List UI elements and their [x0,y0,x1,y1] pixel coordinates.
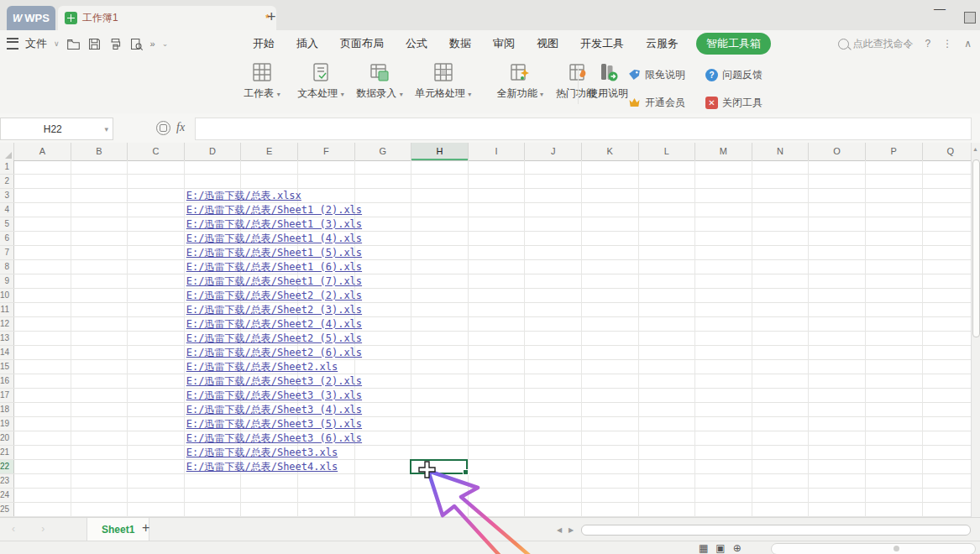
grid-row-1[interactable]: 1 [0,160,972,175]
collapse-ribbon-icon[interactable]: ∧ [964,38,972,50]
column-header-H[interactable]: H [411,143,469,160]
row-header-21[interactable]: 21 [0,446,14,459]
restore-button[interactable] [964,12,976,24]
row-header-17[interactable]: 17 [0,389,14,402]
ribbon-tab-data[interactable]: 数据 [438,30,482,57]
ribbon-tab-cloud[interactable]: 云服务 [635,30,689,57]
options-icon[interactable]: ⋮ [942,38,952,50]
free-limit-info-button[interactable]: 限免说明 [628,68,705,82]
row-header-22[interactable]: 22 [0,460,14,473]
row-header-12[interactable]: 12 [0,317,14,331]
print-preview-icon[interactable] [129,37,144,51]
file-path-link-row-10[interactable]: E:/迅雷下载/总表/Sheet2 (2).xls [186,289,362,303]
ribbon-tab-home[interactable]: 开始 [242,30,286,57]
horizontal-scroll-thumb[interactable] [581,525,971,536]
command-search[interactable]: 点此查找命令 [838,37,914,51]
wps-home-tab[interactable]: W WPS [7,6,55,30]
add-sheet-button[interactable]: + [142,520,149,536]
vertical-scroll-thumb[interactable] [972,159,980,337]
column-header-D[interactable]: D [185,143,242,160]
grid-row-19[interactable]: 19 [0,417,972,431]
file-path-link-row-20[interactable]: E:/迅雷下载/总表/Sheet3 (6).xls [186,431,362,446]
more-commands-icon[interactable]: » [150,39,155,49]
ribbon-tab-insert[interactable]: 插入 [286,30,329,57]
row-header-25[interactable]: 25 [0,503,14,516]
column-header-G[interactable]: G [355,143,412,160]
file-path-link-row-3[interactable]: E:/迅雷下载/总表.xlsx [186,189,301,203]
file-path-link-row-8[interactable]: E:/迅雷下载/总表/Sheet1 (6).xls [186,260,362,274]
new-features-button[interactable]: 全新功能 ▾ [496,61,543,101]
row-header-13[interactable]: 13 [0,332,14,345]
grid-row-9[interactable]: 9 [0,274,972,289]
column-header-F[interactable]: F [298,143,355,160]
row-header-9[interactable]: 9 [0,274,14,288]
file-path-link-row-17[interactable]: E:/迅雷下载/总表/Sheet3 (3).xls [186,389,362,403]
name-box[interactable]: H22 ▾ [0,118,113,140]
save-icon[interactable] [87,37,102,51]
file-path-link-row-13[interactable]: E:/迅雷下载/总表/Sheet2 (5).xls [186,332,362,346]
row-header-23[interactable]: 23 [0,474,14,488]
row-header-1[interactable]: 1 [0,160,14,174]
column-header-B[interactable]: B [71,143,128,160]
ribbon-tab-page-layout[interactable]: 页面布局 [329,30,395,57]
sheet-tab-sheet1[interactable]: Sheet1 [86,518,149,541]
name-box-chevron-icon[interactable]: ▾ [104,125,108,133]
fill-handle[interactable] [463,469,469,475]
row-header-15[interactable]: 15 [0,360,14,374]
file-path-link-row-7[interactable]: E:/迅雷下载/总表/Sheet1 (5).xls [186,246,362,260]
text-processing-button[interactable]: 文本处理 ▾ [297,61,344,101]
row-header-11[interactable]: 11 [0,303,14,316]
spreadsheet-grid[interactable]: ABCDEFGHIJKLMNOPQ 1234567891011121314151… [0,143,972,517]
row-header-19[interactable]: 19 [0,417,14,431]
close-tool-button[interactable]: ✕ 关闭工具 [705,96,786,110]
row-header-8[interactable]: 8 [0,260,14,274]
file-path-link-row-22[interactable]: E:/迅雷下载/总表/Sheet4.xls [186,460,338,474]
ribbon-tab-developer[interactable]: 开发工具 [569,30,635,57]
grid-row-11[interactable]: 11 [0,303,972,317]
column-header-K[interactable]: K [582,143,639,160]
vertical-scrollbar[interactable]: ▲ [971,143,980,517]
grid-row-18[interactable]: 18 [0,403,972,417]
column-header-M[interactable]: M [695,143,752,160]
scroll-up-icon[interactable]: ▲ [972,146,978,152]
grid-row-21[interactable]: 21 [0,446,972,460]
file-path-link-row-6[interactable]: E:/迅雷下载/总表/Sheet1 (4).xls [186,232,362,246]
print-icon[interactable] [108,37,123,51]
select-all-corner[interactable] [0,143,14,160]
formula-input[interactable] [195,118,972,140]
grid-row-7[interactable]: 7 [0,246,972,260]
customize-toolbar-icon[interactable]: ⌄ [162,39,169,48]
sheet-nav-arrows[interactable]: ‹ › [12,523,56,535]
scroll-right-icon[interactable]: ▶ [569,526,574,534]
grid-row-25[interactable]: 25 [0,503,972,517]
file-path-link-row-15[interactable]: E:/迅雷下载/总表/Sheet2.xls [186,360,338,374]
grid-row-14[interactable]: 14 [0,346,972,360]
cells-area[interactable]: 1234567891011121314151617181920212223242… [0,160,972,517]
cell-processing-button[interactable]: 单元格处理 ▾ [415,61,471,101]
file-path-link-row-11[interactable]: E:/迅雷下载/总表/Sheet2 (3).xls [186,303,362,317]
grid-row-12[interactable]: 12 [0,317,972,332]
column-header-A[interactable]: A [14,143,71,160]
row-header-10[interactable]: 10 [0,289,14,302]
column-header-C[interactable]: C [128,143,185,160]
grid-row-15[interactable]: 15 [0,360,972,374]
fx-icon[interactable]: fx [176,121,185,134]
row-header-20[interactable]: 20 [0,431,14,445]
upgrade-membership-button[interactable]: 开通会员 [628,96,705,110]
row-header-18[interactable]: 18 [0,403,14,416]
row-header-6[interactable]: 6 [0,232,14,245]
ribbon-tab-formulas[interactable]: 公式 [395,30,438,57]
grid-row-16[interactable]: 16 [0,374,972,389]
new-tab-button[interactable]: + [267,8,276,25]
feedback-button[interactable]: ? 问题反馈 [705,68,786,82]
grid-row-20[interactable]: 20 [0,431,972,446]
grid-row-13[interactable]: 13 [0,332,972,346]
file-path-link-row-14[interactable]: E:/迅雷下载/总表/Sheet2 (6).xls [186,346,362,360]
worksheet-button[interactable]: 工作表 ▾ [238,61,286,101]
file-menu[interactable]: 文件 [25,36,47,51]
column-header-Q[interactable]: Q [923,143,972,160]
column-header-L[interactable]: L [639,143,696,160]
row-header-24[interactable]: 24 [0,489,14,502]
grid-row-5[interactable]: 5 [0,217,972,232]
scroll-left-icon[interactable]: ◀ [557,526,562,534]
